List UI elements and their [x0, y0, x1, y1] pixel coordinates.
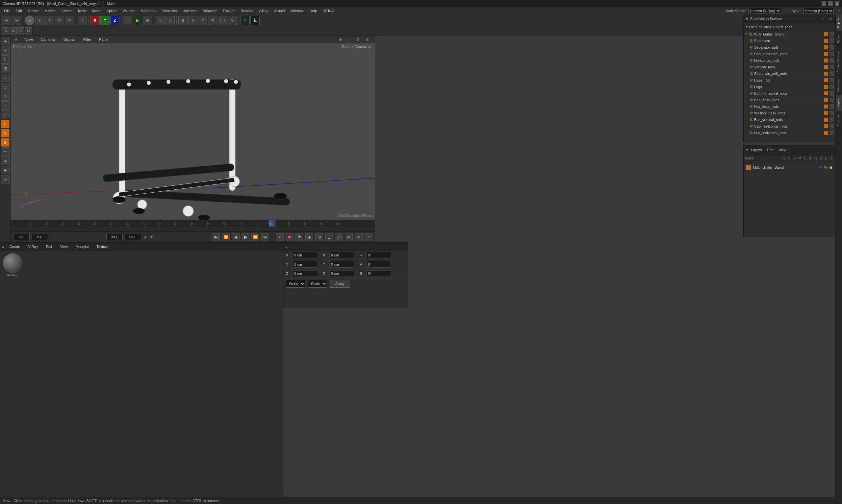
z-rot-input[interactable]	[329, 270, 354, 277]
object-item-nut-hrods[interactable]: ⛓ Nut_horizontal_rods	[743, 129, 836, 136]
mat-material[interactable]: Material	[73, 244, 91, 249]
keyframe-btn[interactable]: ⚑	[296, 233, 303, 241]
obj-menu-icon[interactable]: ≡	[745, 25, 748, 29]
object-item-sep-soft-rods[interactable]: ⛓ Separator_soft_rods	[743, 70, 836, 77]
extra-btn2[interactable]: ≡	[365, 233, 372, 241]
timeline[interactable]: 5 10 15 20 25 30 35 40 45 50 55 60 65	[11, 220, 375, 231]
menu-edit[interactable]: Edit	[13, 8, 25, 14]
menu-render[interactable]: Render	[238, 8, 255, 14]
tool-point[interactable]: •	[1, 101, 10, 110]
menu-mesh[interactable]: Mesh	[89, 8, 103, 14]
fps-input[interactable]	[125, 234, 141, 240]
object-item-base-rod[interactable]: ⛓ Base_rod	[743, 77, 836, 84]
start-frame-input[interactable]	[13, 234, 30, 240]
maximize-button[interactable]: □	[828, 1, 833, 6]
attr-tab-tables[interactable]: Tables	[836, 32, 842, 47]
tool-move[interactable]: ✛	[1, 46, 10, 55]
goto-start-button[interactable]: ⏮	[212, 233, 220, 241]
obj-edit-menu[interactable]: Edit	[756, 25, 762, 29]
vp-icon1[interactable]: ⊕	[337, 37, 344, 42]
x-axis-button[interactable]: X	[90, 16, 100, 25]
redo-button[interactable]: ↪	[12, 16, 21, 25]
object-item-cap-hrods[interactable]: ⛓ Cap_horizontal_rods	[743, 123, 836, 129]
menu-character[interactable]: Character	[159, 8, 180, 14]
snaptool-btn[interactable]: ✛	[188, 16, 197, 25]
scale-button[interactable]: ⤡	[45, 16, 54, 25]
menu-create[interactable]: Create	[25, 8, 41, 14]
minimize-button[interactable]: ─	[822, 1, 826, 6]
grid-btn[interactable]: #	[198, 16, 207, 25]
menu-3dtoall[interactable]: 3DToAll	[320, 8, 338, 14]
mode-btn[interactable]: ⊞	[315, 233, 323, 241]
vp-filter-menu[interactable]: Filter	[81, 37, 93, 42]
material-item-guitar[interactable]: Guitar_s	[3, 253, 22, 277]
object-item-separator[interactable]: ⛓ Separator	[743, 37, 836, 44]
tool-select[interactable]: ◈	[1, 37, 10, 46]
viewport-mode3[interactable]: ⊟	[17, 27, 24, 35]
object-item-nut-brods[interactable]: ⛓ Nut_base_rods	[743, 103, 836, 110]
vp-icon3[interactable]: ⊞	[354, 37, 361, 42]
close-button[interactable]: ✕	[835, 1, 839, 6]
undo-button[interactable]: ↩	[2, 16, 11, 25]
object-item-legs[interactable]: ⛓ Legs	[743, 84, 836, 90]
perspective-btn[interactable]: ○	[156, 16, 165, 25]
layer-eye-icon[interactable]: 👁	[819, 166, 822, 169]
obj-file-menu[interactable]: File	[749, 25, 755, 29]
attr-tab-structure[interactable]: Structure	[836, 111, 842, 130]
mat-edit[interactable]: Edit	[43, 244, 55, 249]
vp-menu-icon[interactable]: ≡	[13, 37, 19, 42]
menu-modes[interactable]: Modes	[42, 8, 58, 14]
b-input[interactable]	[366, 270, 391, 277]
viewport-mode1[interactable]: ⊙	[2, 27, 9, 35]
menu-file[interactable]: File	[1, 8, 13, 14]
tool-poly[interactable]: ◻	[1, 83, 10, 91]
paint-btn[interactable]: ∿	[228, 16, 237, 25]
play-reverse-button[interactable]: ◀	[232, 233, 240, 241]
object-item-bolt-brods[interactable]: ⛓ Bolt_base_rods	[743, 97, 836, 103]
world-select[interactable]: World	[286, 280, 305, 288]
tool-sculpt3[interactable]: ◎	[1, 175, 10, 183]
prev-frame-button[interactable]: ⏪	[222, 233, 230, 241]
timeline-track[interactable]	[11, 227, 375, 232]
goto-end-button[interactable]: ⏭	[261, 233, 269, 241]
object-item-washer-brods[interactable]: ⛓ Washer_base_rods	[743, 110, 836, 116]
vp-view-menu[interactable]: View	[23, 37, 35, 42]
vp-icon4[interactable]: ⊟	[364, 37, 370, 42]
menu-arnold[interactable]: Arnold	[271, 8, 287, 14]
3d-viewport[interactable]: ≡ View Cameras Display Filter Panel ⊕ ↕ …	[11, 36, 375, 220]
end-frame-input[interactable]	[106, 234, 123, 240]
x-rot-input[interactable]	[329, 252, 354, 258]
y-pos-input[interactable]	[293, 261, 317, 268]
tool-line[interactable]: ╱	[1, 110, 10, 119]
mat-vray[interactable]: V-Ray	[25, 244, 40, 249]
h-input[interactable]	[366, 252, 391, 258]
tool-scale[interactable]: ⊞	[1, 65, 10, 73]
menu-simulate[interactable]: Simulate	[200, 8, 220, 14]
tool-deform[interactable]: 〜	[1, 147, 10, 156]
menu-window[interactable]: Window	[288, 8, 306, 14]
obj-object-menu[interactable]: Object	[773, 25, 784, 29]
layers-view-menu[interactable]: View	[778, 148, 786, 152]
snap-btn[interactable]: ⊕	[178, 16, 188, 25]
motion-btn[interactable]: ◻	[325, 233, 333, 241]
menu-volume[interactable]: Volume	[120, 8, 138, 14]
layer-camera-icon[interactable]: 📷	[824, 166, 827, 169]
tool-sculpt2[interactable]: ◉	[1, 166, 10, 174]
menu-spline[interactable]: Spline	[104, 8, 120, 14]
object-item-bolt-hrods[interactable]: ⛓ Bolt_horizontal_rods	[743, 90, 836, 97]
tool-sculpt1[interactable]: ◈	[1, 157, 10, 165]
object-item-hrods[interactable]: ⛓ Horizontal_rods	[743, 57, 836, 64]
mat-create[interactable]: Create	[6, 244, 23, 249]
loop-button[interactable]: ⏺	[286, 233, 294, 241]
menu-tools[interactable]: Tools	[75, 8, 88, 14]
obj-tags-menu[interactable]: Tags	[785, 25, 792, 29]
autokey-btn[interactable]: ◈	[305, 233, 313, 241]
header-x-btn[interactable]: ✕	[827, 16, 834, 22]
python-btn[interactable]: 🐍	[250, 16, 260, 25]
tool-paint2[interactable]: $	[1, 129, 10, 138]
p-input[interactable]	[366, 261, 391, 268]
layers-menu-icon[interactable]: ≡	[746, 148, 748, 152]
attr-tab-attributes[interactable]: Attributes	[836, 76, 842, 95]
vp-display-menu[interactable]: Display	[62, 37, 77, 42]
tool-object[interactable]: ○	[1, 74, 10, 82]
